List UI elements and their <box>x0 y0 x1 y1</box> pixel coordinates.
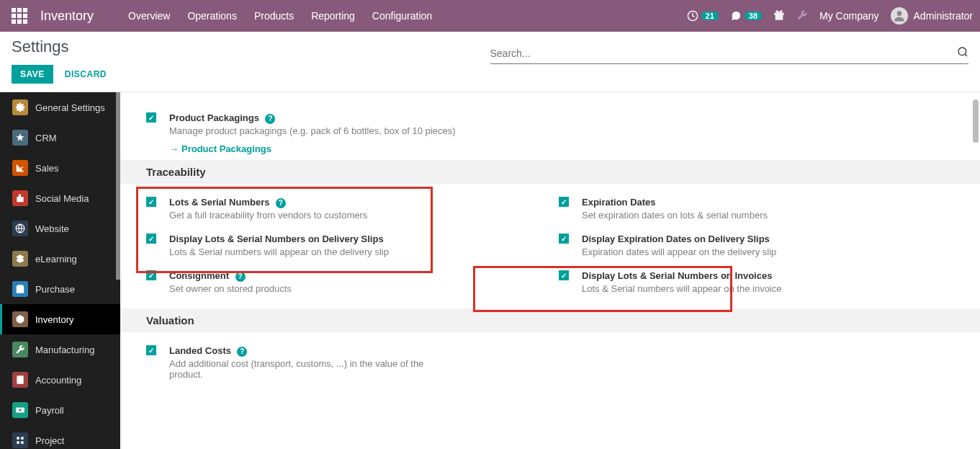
checkbox-packagings[interactable] <box>146 112 156 123</box>
chat-icon <box>730 10 742 22</box>
nav-operations[interactable]: Operations <box>187 10 236 22</box>
sidebar-item-inventory[interactable]: Inventory <box>0 304 120 334</box>
setting-lots: Lots & Serial Numbers ? Get a full trace… <box>146 190 541 226</box>
setting-delivery-slips: Display Lots & Serial Numbers on Deliver… <box>146 226 541 263</box>
sidebar-label: Accounting <box>35 375 81 386</box>
svg-line-3 <box>965 54 967 56</box>
settings-content: Product Packagings ? Manage product pack… <box>120 92 980 449</box>
packagings-link[interactable]: Product Packagings <box>169 143 541 154</box>
search-input[interactable] <box>490 48 958 59</box>
checkbox-lots[interactable] <box>146 197 156 207</box>
setting-title: Lots & Serial Numbers <box>169 197 269 208</box>
nav-menu: Overview Operations Products Reporting C… <box>128 10 687 22</box>
nav-overview[interactable]: Overview <box>128 10 170 22</box>
checkbox-exp-delivery[interactable] <box>559 234 569 244</box>
nav-reporting[interactable]: Reporting <box>311 10 355 22</box>
setting-title: Display Lots & Serial Numbers on Deliver… <box>169 234 384 244</box>
sidebar-item-elearning[interactable]: eLearning <box>0 244 120 274</box>
messages-indicator[interactable]: 38 <box>730 10 762 22</box>
setting-desc: Set owner on stored products <box>169 283 541 294</box>
clock-icon <box>687 10 698 22</box>
main-area: General Settings CRM Sales Social Media … <box>0 92 980 449</box>
thumbs-up-icon <box>12 190 28 206</box>
nav-configuration[interactable]: Configuration <box>372 10 432 22</box>
avatar-icon <box>891 7 908 25</box>
sidebar-label: Project <box>35 435 64 446</box>
checkbox-delivery-slips[interactable] <box>146 234 156 244</box>
setting-exp-delivery: Display Expiration Dates on Delivery Sli… <box>559 226 954 263</box>
checkbox-landed[interactable] <box>146 345 156 355</box>
sidebar-label: General Settings <box>35 102 105 113</box>
setting-title: Display Lots & Serial Numbers on Invoice… <box>582 270 772 281</box>
section-traceability: Traceability <box>120 160 980 184</box>
apps-icon[interactable] <box>12 8 27 24</box>
setting-landed-costs: Landed Costs ? Add additional cost (tran… <box>146 338 541 386</box>
setting-title: Expiration Dates <box>582 197 656 208</box>
company-name[interactable]: My Company <box>819 10 878 22</box>
chart-icon <box>12 160 28 176</box>
sidebar-item-general[interactable]: General Settings <box>0 92 120 123</box>
svg-point-1 <box>896 11 902 16</box>
sidebar-label: Sales <box>35 163 59 174</box>
checkbox-consignment[interactable] <box>146 270 156 280</box>
section-valuation: Valuation <box>120 308 980 332</box>
settings-sidebar: General Settings CRM Sales Social Media … <box>0 92 120 449</box>
setting-desc: Get a full traceability from vendors to … <box>169 210 541 221</box>
sidebar-item-crm[interactable]: CRM <box>0 123 120 153</box>
search-box <box>490 43 969 64</box>
gift-icon[interactable] <box>773 9 785 23</box>
checkbox-invoices[interactable] <box>559 270 569 280</box>
sidebar-label: Payroll <box>35 405 64 416</box>
top-navbar: Inventory Overview Operations Products R… <box>0 0 980 32</box>
money-icon <box>12 402 28 418</box>
help-icon[interactable]: ? <box>276 198 286 208</box>
globe-icon <box>12 221 28 236</box>
graduation-icon <box>12 251 28 267</box>
setting-title: Product Packagings <box>169 112 259 123</box>
setting-packagings: Product Packagings ? Manage product pack… <box>146 105 541 160</box>
sidebar-label: eLearning <box>35 254 77 264</box>
sidebar-item-accounting[interactable]: Accounting <box>0 365 120 395</box>
handshake-icon <box>12 130 28 146</box>
sidebar-item-manufacturing[interactable]: Manufacturing <box>0 334 120 365</box>
gear-icon <box>12 99 28 115</box>
sidebar-item-sales[interactable]: Sales <box>0 153 120 183</box>
book-icon <box>12 372 28 388</box>
help-icon[interactable]: ? <box>265 114 275 124</box>
setting-title: Landed Costs <box>169 345 231 356</box>
sidebar-item-payroll[interactable]: Payroll <box>0 395 120 425</box>
sidebar-label: CRM <box>35 133 57 143</box>
setting-title: Display Expiration Dates on Delivery Sli… <box>582 234 770 244</box>
sidebar-item-project[interactable]: Project <box>0 425 120 449</box>
nav-products[interactable]: Products <box>254 10 294 22</box>
setting-consignment: Consignment ? Set owner on stored produc… <box>146 263 541 300</box>
sidebar-item-website[interactable]: Website <box>0 213 120 244</box>
sidebar-label: Purchase <box>35 284 75 295</box>
svg-point-2 <box>958 48 966 55</box>
wrench-icon[interactable] <box>796 9 808 23</box>
sidebar-label: Manufacturing <box>35 344 94 355</box>
app-brand[interactable]: Inventory <box>40 9 94 24</box>
sidebar-label: Inventory <box>35 314 73 325</box>
user-menu[interactable]: Administrator <box>891 7 973 25</box>
cart-icon <box>12 281 28 297</box>
help-icon[interactable]: ? <box>235 272 246 282</box>
activity-indicator[interactable]: 21 <box>687 10 719 22</box>
discard-button[interactable]: DISCARD <box>56 65 115 84</box>
setting-desc: Expiration dates will appear on the deli… <box>582 246 954 257</box>
nav-right: 21 38 My Company Administrator <box>687 7 973 25</box>
sidebar-item-social[interactable]: Social Media <box>0 183 120 213</box>
puzzle-icon <box>12 432 28 448</box>
save-button[interactable]: SAVE <box>12 65 53 84</box>
control-panel: Settings SAVE DISCARD <box>0 32 980 92</box>
checkbox-expiration[interactable] <box>559 197 569 207</box>
search-icon[interactable] <box>957 46 968 61</box>
sidebar-item-purchase[interactable]: Purchase <box>0 274 120 304</box>
page-title: Settings <box>12 37 490 56</box>
help-icon[interactable]: ? <box>237 347 247 357</box>
activity-count: 21 <box>701 12 719 20</box>
box-icon <box>12 311 28 327</box>
setting-title: Consignment <box>169 270 229 281</box>
setting-expiration: Expiration Dates Set expiration dates on… <box>559 190 954 226</box>
setting-desc: Lots & Serial numbers will appear on the… <box>582 283 954 294</box>
